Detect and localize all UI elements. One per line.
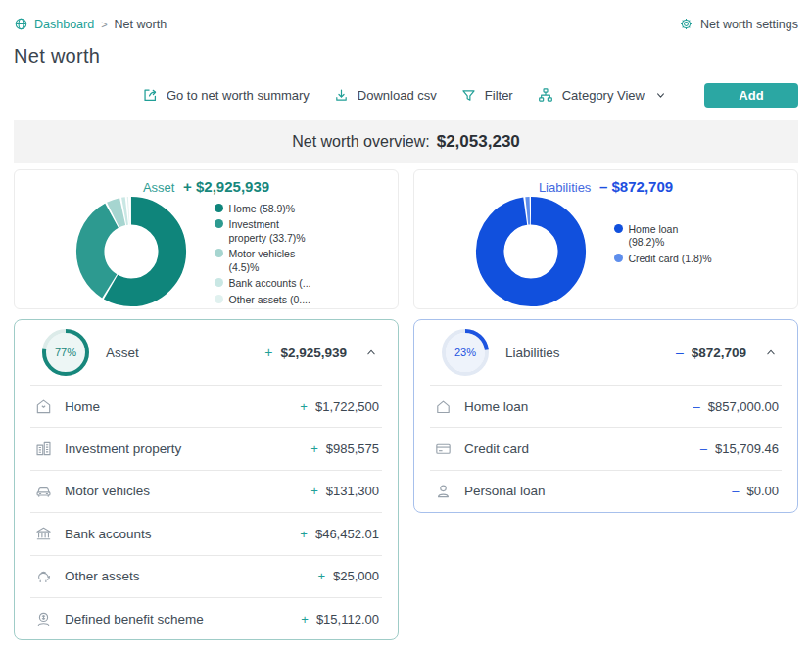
motor-vehicles-icon bbox=[33, 482, 53, 500]
cards-row: 77% Asset + $2,925,939 Home + $1,722,500 bbox=[14, 319, 798, 640]
row-label: Bank accounts bbox=[65, 527, 300, 541]
row-label: Personal loan bbox=[464, 484, 732, 498]
table-row-investment-property[interactable]: Investment property + $985,575 bbox=[30, 427, 382, 469]
credit-card-icon bbox=[433, 440, 453, 458]
row-sign: – bbox=[693, 399, 699, 414]
download-csv-label: Download csv bbox=[358, 88, 437, 103]
go-to-summary-button[interactable]: Go to net worth summary bbox=[141, 86, 310, 104]
asset-progress-ring: 77% bbox=[40, 327, 91, 378]
external-link-icon bbox=[141, 86, 159, 104]
liabilities-card-amount: $872,709 bbox=[692, 346, 746, 360]
row-value: $857,000.00 bbox=[708, 399, 779, 414]
legend-label: Credit card (1.8)% bbox=[629, 253, 712, 265]
personal-loan-icon bbox=[433, 482, 453, 500]
overview-amount: $2,053,230 bbox=[437, 132, 520, 152]
asset-card-amount: $2,925,939 bbox=[280, 346, 347, 360]
filter-label: Filter bbox=[485, 88, 513, 103]
legend-item: Home loan (98.2)% bbox=[614, 223, 738, 250]
chevron-up-icon[interactable] bbox=[764, 346, 778, 359]
breadcrumb: Dashboard > Net worth bbox=[14, 17, 167, 31]
row-value: $15,709.46 bbox=[715, 441, 779, 456]
home-loan-icon bbox=[433, 397, 453, 416]
liabilities-progress-ring: 23% bbox=[440, 327, 491, 378]
table-row-defined-benefit-scheme[interactable]: Defined benefit scheme + $15,112.00 bbox=[30, 597, 382, 639]
row-label: Credit card bbox=[464, 441, 700, 456]
other-assets-icon bbox=[33, 567, 53, 585]
category-view-dropdown[interactable]: Category View bbox=[537, 86, 667, 104]
row-value: $46,452.01 bbox=[315, 527, 379, 541]
asset-card-header[interactable]: 77% Asset + $2,925,939 bbox=[15, 320, 398, 385]
row-sign: + bbox=[300, 399, 308, 414]
row-value: $1,722,500 bbox=[315, 399, 379, 414]
asset-chart-panel: Asset + $2,925,939 Home (58.9)% Investme… bbox=[14, 169, 399, 309]
liabilities-card-header[interactable]: 23% Liabilities – $872,709 bbox=[414, 320, 797, 385]
asset-panel-amount: + $2,925,939 bbox=[183, 178, 269, 195]
asset-card-sign: + bbox=[264, 345, 272, 360]
legend-item: Investment property (33.7)% bbox=[215, 218, 338, 245]
row-sign: + bbox=[317, 569, 325, 583]
charts-row: Asset + $2,925,939 Home (58.9)% Investme… bbox=[14, 169, 798, 309]
legend-label: Other assets (0.... bbox=[229, 294, 310, 306]
defined-benefit-icon bbox=[33, 610, 53, 628]
row-sign: + bbox=[301, 612, 309, 626]
liabilities-chart-legend: Home loan (98.2)% Credit card (1.8)% bbox=[614, 223, 738, 268]
page-title: Net worth bbox=[14, 45, 798, 68]
chevron-down-icon bbox=[654, 89, 667, 102]
legend-dot bbox=[614, 224, 623, 233]
table-row-personal-loan[interactable]: Personal loan – $0.00 bbox=[430, 470, 782, 512]
legend-dot bbox=[614, 254, 623, 262]
legend-dot bbox=[215, 219, 223, 228]
row-sign: + bbox=[310, 484, 318, 498]
investment-property-icon bbox=[33, 440, 53, 458]
liabilities-donut-chart bbox=[475, 196, 587, 307]
legend-label: Investment property (33.7)% bbox=[229, 218, 306, 245]
chevron-up-icon[interactable] bbox=[364, 346, 378, 359]
globe-icon bbox=[14, 17, 28, 31]
liabilities-panel-title: Liabilities – $872,709 bbox=[414, 178, 797, 195]
table-row-motor-vehicles[interactable]: Motor vehicles + $131,300 bbox=[30, 470, 382, 512]
category-view-label: Category View bbox=[562, 88, 645, 103]
row-value: $15,112.00 bbox=[316, 612, 379, 626]
row-sign: – bbox=[700, 441, 707, 456]
category-view-icon bbox=[537, 86, 554, 104]
row-value: $25,000 bbox=[333, 569, 379, 583]
download-icon bbox=[333, 87, 350, 104]
liabilities-card-title: Liabilities bbox=[505, 346, 560, 360]
settings-label: Net worth settings bbox=[700, 18, 798, 31]
net-worth-overview-banner: Net worth overview: $2,053,230 bbox=[14, 120, 798, 163]
home-icon bbox=[33, 397, 53, 416]
legend-item: Motor vehicles (4.5)% bbox=[215, 248, 338, 274]
asset-percent-label: 77% bbox=[40, 327, 91, 378]
liabilities-chart-panel: Liabilities – $872,709 Home loan (98.2)%… bbox=[413, 169, 798, 309]
table-row-bank-accounts[interactable]: Bank accounts + $46,452.01 bbox=[30, 512, 382, 554]
download-csv-button[interactable]: Download csv bbox=[333, 87, 437, 104]
table-row-home-loan[interactable]: Home loan – $857,000.00 bbox=[430, 385, 782, 427]
legend-label: Bank accounts (... bbox=[229, 277, 311, 290]
asset-card-title: Asset bbox=[106, 346, 139, 360]
liabilities-card-sign: – bbox=[676, 345, 684, 360]
row-label: Home bbox=[65, 399, 300, 414]
row-sign: – bbox=[732, 484, 739, 498]
table-row-home[interactable]: Home + $1,722,500 bbox=[30, 385, 382, 427]
legend-dot bbox=[215, 249, 223, 257]
add-button[interactable]: Add bbox=[704, 83, 798, 108]
table-row-other-assets[interactable]: Other assets + $25,000 bbox=[30, 555, 382, 597]
liabilities-card: 23% Liabilities – $872,709 Home loan – $… bbox=[413, 319, 798, 513]
filter-button[interactable]: Filter bbox=[460, 87, 513, 104]
row-value: $131,300 bbox=[326, 484, 379, 498]
row-label: Investment property bbox=[65, 441, 310, 456]
breadcrumb-dashboard-link[interactable]: Dashboard bbox=[14, 17, 94, 31]
legend-label: Home (58.9)% bbox=[229, 203, 296, 215]
legend-item: Home (58.9)% bbox=[215, 203, 338, 215]
asset-donut-chart bbox=[75, 196, 187, 307]
row-value: $0.00 bbox=[746, 484, 779, 498]
row-label: Home loan bbox=[464, 399, 693, 414]
legend-label: Home loan (98.2)% bbox=[629, 223, 679, 250]
legend-label: Motor vehicles (4.5)% bbox=[229, 248, 296, 274]
bank-accounts-icon bbox=[33, 525, 53, 543]
legend-item: Bank accounts (... bbox=[215, 277, 338, 290]
table-row-credit-card[interactable]: Credit card – $15,709.46 bbox=[430, 427, 782, 469]
toolbar: Go to net worth summary Download csv Fil… bbox=[14, 82, 798, 108]
asset-panel-label: Asset bbox=[143, 180, 175, 195]
net-worth-settings-link[interactable]: Net worth settings bbox=[679, 17, 798, 31]
